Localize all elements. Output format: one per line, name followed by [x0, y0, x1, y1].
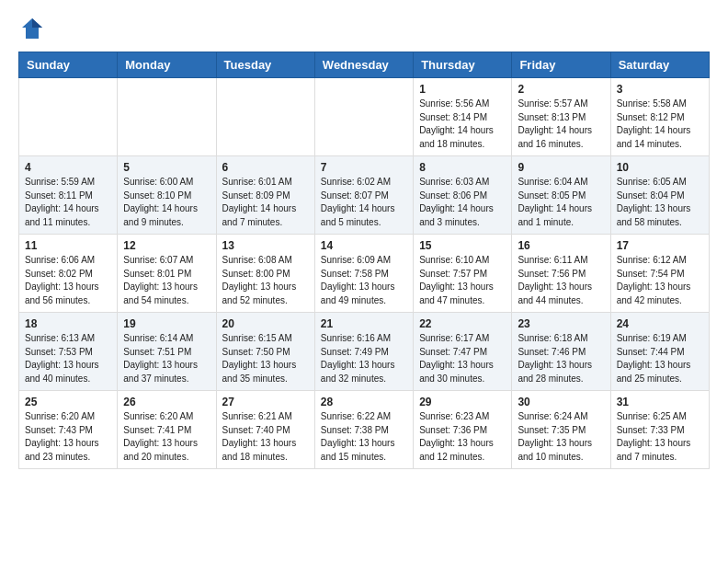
calendar-cell: 10Sunrise: 6:05 AM Sunset: 8:04 PM Dayli… — [610, 156, 709, 235]
calendar-cell: 22Sunrise: 6:17 AM Sunset: 7:47 PM Dayli… — [414, 313, 512, 391]
calendar-cell: 14Sunrise: 6:09 AM Sunset: 7:58 PM Dayli… — [314, 235, 413, 313]
day-info: Sunrise: 6:21 AM Sunset: 7:40 PM Dayligh… — [222, 410, 309, 464]
day-number: 24 — [617, 317, 703, 330]
calendar-cell — [314, 78, 413, 156]
calendar-header-row: SundayMondayTuesdayWednesdayThursdayFrid… — [19, 52, 710, 78]
day-info: Sunrise: 6:12 AM Sunset: 7:54 PM Dayligh… — [617, 254, 703, 307]
day-info: Sunrise: 6:14 AM Sunset: 7:51 PM Dayligh… — [123, 332, 210, 385]
weekday-header: Sunday — [19, 52, 118, 78]
day-info: Sunrise: 6:09 AM Sunset: 7:58 PM Dayligh… — [321, 254, 407, 307]
day-number: 7 — [321, 161, 407, 174]
day-info: Sunrise: 5:59 AM Sunset: 8:11 PM Dayligh… — [25, 176, 111, 229]
calendar-week-row: 11Sunrise: 6:06 AM Sunset: 8:02 PM Dayli… — [19, 235, 710, 313]
day-info: Sunrise: 6:01 AM Sunset: 8:09 PM Dayligh… — [222, 176, 309, 229]
day-number: 19 — [123, 317, 210, 330]
day-number: 14 — [321, 239, 407, 252]
day-number: 5 — [123, 161, 210, 174]
weekday-header: Saturday — [610, 52, 709, 78]
day-number: 11 — [25, 239, 111, 252]
calendar-cell: 23Sunrise: 6:18 AM Sunset: 7:46 PM Dayli… — [512, 313, 610, 391]
calendar-week-row: 18Sunrise: 6:13 AM Sunset: 7:53 PM Dayli… — [19, 313, 710, 391]
calendar-cell: 12Sunrise: 6:07 AM Sunset: 8:01 PM Dayli… — [118, 235, 216, 313]
day-number: 13 — [222, 239, 309, 252]
weekday-header: Monday — [118, 52, 216, 78]
day-info: Sunrise: 6:17 AM Sunset: 7:47 PM Dayligh… — [419, 332, 506, 385]
calendar-cell: 29Sunrise: 6:23 AM Sunset: 7:36 PM Dayli… — [414, 391, 512, 469]
day-info: Sunrise: 6:06 AM Sunset: 8:02 PM Dayligh… — [25, 254, 111, 307]
day-number: 1 — [419, 83, 506, 96]
calendar: SundayMondayTuesdayWednesdayThursdayFrid… — [18, 52, 710, 469]
day-number: 10 — [617, 161, 703, 174]
day-number: 2 — [518, 83, 604, 96]
calendar-cell: 1Sunrise: 5:56 AM Sunset: 8:14 PM Daylig… — [414, 78, 512, 156]
calendar-cell: 24Sunrise: 6:19 AM Sunset: 7:44 PM Dayli… — [610, 313, 709, 391]
calendar-cell: 20Sunrise: 6:15 AM Sunset: 7:50 PM Dayli… — [216, 313, 314, 391]
day-number: 18 — [25, 317, 111, 330]
day-info: Sunrise: 6:20 AM Sunset: 7:43 PM Dayligh… — [25, 410, 111, 464]
day-number: 20 — [222, 317, 309, 330]
calendar-cell: 30Sunrise: 6:24 AM Sunset: 7:35 PM Dayli… — [512, 391, 610, 469]
day-info: Sunrise: 6:11 AM Sunset: 7:56 PM Dayligh… — [518, 254, 604, 307]
day-info: Sunrise: 5:56 AM Sunset: 8:14 PM Dayligh… — [419, 98, 506, 151]
day-number: 27 — [222, 396, 309, 408]
calendar-cell: 11Sunrise: 6:06 AM Sunset: 8:02 PM Dayli… — [19, 235, 118, 313]
calendar-cell: 16Sunrise: 6:11 AM Sunset: 7:56 PM Dayli… — [512, 235, 610, 313]
calendar-cell: 21Sunrise: 6:16 AM Sunset: 7:49 PM Dayli… — [314, 313, 413, 391]
day-info: Sunrise: 6:02 AM Sunset: 8:07 PM Dayligh… — [321, 176, 407, 229]
calendar-cell: 15Sunrise: 6:10 AM Sunset: 7:57 PM Dayli… — [414, 235, 512, 313]
day-info: Sunrise: 6:25 AM Sunset: 7:33 PM Dayligh… — [617, 410, 703, 464]
calendar-cell: 7Sunrise: 6:02 AM Sunset: 8:07 PM Daylig… — [314, 156, 413, 235]
day-info: Sunrise: 6:10 AM Sunset: 7:57 PM Dayligh… — [419, 254, 506, 307]
calendar-cell: 5Sunrise: 6:00 AM Sunset: 8:10 PM Daylig… — [118, 156, 216, 235]
day-number: 12 — [123, 239, 210, 252]
weekday-header: Thursday — [414, 52, 512, 78]
calendar-cell: 18Sunrise: 6:13 AM Sunset: 7:53 PM Dayli… — [19, 313, 118, 391]
calendar-cell — [118, 78, 216, 156]
page: SundayMondayTuesdayWednesdayThursdayFrid… — [0, 0, 728, 484]
calendar-week-row: 4Sunrise: 5:59 AM Sunset: 8:11 PM Daylig… — [19, 156, 710, 235]
calendar-cell: 28Sunrise: 6:22 AM Sunset: 7:38 PM Dayli… — [314, 391, 413, 469]
day-number: 23 — [518, 317, 604, 330]
day-number: 16 — [518, 239, 604, 252]
day-info: Sunrise: 6:08 AM Sunset: 8:00 PM Dayligh… — [222, 254, 309, 307]
day-number: 31 — [617, 396, 703, 408]
day-number: 9 — [518, 161, 604, 174]
calendar-cell: 8Sunrise: 6:03 AM Sunset: 8:06 PM Daylig… — [414, 156, 512, 235]
weekday-header: Tuesday — [216, 52, 314, 78]
calendar-cell: 13Sunrise: 6:08 AM Sunset: 8:00 PM Dayli… — [216, 235, 314, 313]
logo-icon — [18, 15, 46, 42]
calendar-cell: 26Sunrise: 6:20 AM Sunset: 7:41 PM Dayli… — [118, 391, 216, 469]
calendar-cell: 9Sunrise: 6:04 AM Sunset: 8:05 PM Daylig… — [512, 156, 610, 235]
calendar-cell: 6Sunrise: 6:01 AM Sunset: 8:09 PM Daylig… — [216, 156, 314, 235]
day-number: 6 — [222, 161, 309, 174]
day-number: 25 — [25, 396, 111, 408]
calendar-cell: 4Sunrise: 5:59 AM Sunset: 8:11 PM Daylig… — [19, 156, 118, 235]
day-info: Sunrise: 6:04 AM Sunset: 8:05 PM Dayligh… — [518, 176, 604, 229]
day-info: Sunrise: 6:15 AM Sunset: 7:50 PM Dayligh… — [222, 332, 309, 385]
day-number: 22 — [419, 317, 506, 330]
calendar-cell: 31Sunrise: 6:25 AM Sunset: 7:33 PM Dayli… — [610, 391, 709, 469]
day-info: Sunrise: 6:20 AM Sunset: 7:41 PM Dayligh… — [123, 410, 210, 464]
calendar-cell: 3Sunrise: 5:58 AM Sunset: 8:12 PM Daylig… — [610, 78, 709, 156]
day-number: 29 — [419, 396, 506, 408]
day-info: Sunrise: 6:24 AM Sunset: 7:35 PM Dayligh… — [518, 410, 604, 464]
day-info: Sunrise: 6:22 AM Sunset: 7:38 PM Dayligh… — [321, 410, 407, 464]
day-info: Sunrise: 6:13 AM Sunset: 7:53 PM Dayligh… — [25, 332, 111, 385]
day-number: 4 — [25, 161, 111, 174]
day-info: Sunrise: 6:00 AM Sunset: 8:10 PM Dayligh… — [123, 176, 210, 229]
weekday-header: Wednesday — [314, 52, 413, 78]
calendar-week-row: 25Sunrise: 6:20 AM Sunset: 7:43 PM Dayli… — [19, 391, 710, 469]
calendar-cell: 17Sunrise: 6:12 AM Sunset: 7:54 PM Dayli… — [610, 235, 709, 313]
day-number: 21 — [321, 317, 407, 330]
day-info: Sunrise: 6:16 AM Sunset: 7:49 PM Dayligh… — [321, 332, 407, 385]
header — [18, 15, 710, 42]
day-number: 8 — [419, 161, 506, 174]
calendar-cell: 27Sunrise: 6:21 AM Sunset: 7:40 PM Dayli… — [216, 391, 314, 469]
calendar-cell: 2Sunrise: 5:57 AM Sunset: 8:13 PM Daylig… — [512, 78, 610, 156]
day-info: Sunrise: 6:03 AM Sunset: 8:06 PM Dayligh… — [419, 176, 506, 229]
day-number: 15 — [419, 239, 506, 252]
day-info: Sunrise: 5:58 AM Sunset: 8:12 PM Dayligh… — [617, 98, 703, 151]
day-info: Sunrise: 6:18 AM Sunset: 7:46 PM Dayligh… — [518, 332, 604, 385]
calendar-cell — [19, 78, 118, 156]
calendar-cell: 25Sunrise: 6:20 AM Sunset: 7:43 PM Dayli… — [19, 391, 118, 469]
